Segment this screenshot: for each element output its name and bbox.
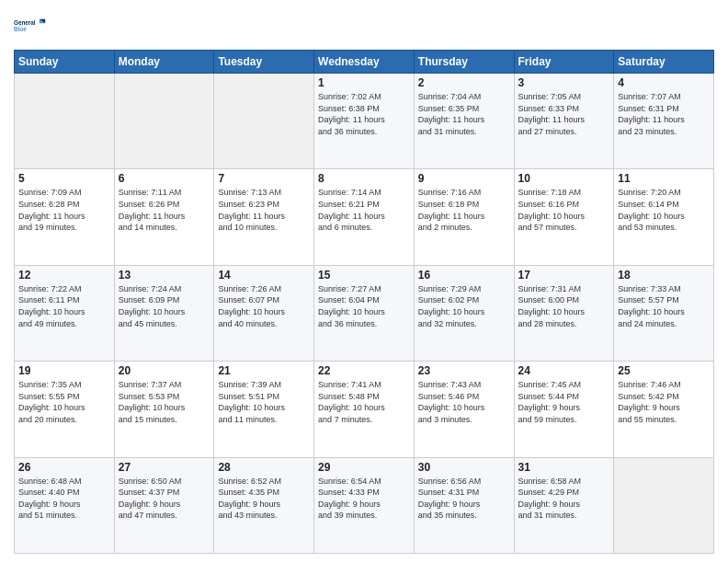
- day-number: 1: [318, 76, 410, 89]
- calendar-cell: 15Sunrise: 7:27 AM Sunset: 6:04 PM Dayli…: [314, 265, 415, 361]
- day-number: 30: [418, 461, 510, 474]
- week-row-4: 26Sunrise: 6:48 AM Sunset: 4:40 PM Dayli…: [15, 457, 714, 553]
- calendar-cell: 11Sunrise: 7:20 AM Sunset: 6:14 PM Dayli…: [614, 169, 714, 265]
- calendar-cell: 30Sunrise: 6:56 AM Sunset: 4:31 PM Dayli…: [414, 457, 514, 553]
- day-header-tuesday: Tuesday: [214, 51, 314, 74]
- calendar-cell: 2Sunrise: 7:04 AM Sunset: 6:35 PM Daylig…: [414, 74, 514, 169]
- week-row-0: 1Sunrise: 7:02 AM Sunset: 6:38 PM Daylig…: [15, 74, 714, 169]
- calendar-cell: 7Sunrise: 7:13 AM Sunset: 6:23 PM Daylig…: [214, 169, 314, 265]
- calendar-cell: 19Sunrise: 7:35 AM Sunset: 5:55 PM Dayli…: [15, 362, 115, 457]
- day-info: Sunrise: 7:43 AM Sunset: 5:46 PM Dayligh…: [418, 379, 510, 425]
- day-number: 7: [218, 172, 310, 185]
- calendar-cell: 1Sunrise: 7:02 AM Sunset: 6:38 PM Daylig…: [314, 74, 415, 169]
- header: GeneralBlue: [14, 9, 714, 42]
- calendar-cell: 12Sunrise: 7:22 AM Sunset: 6:11 PM Dayli…: [15, 265, 115, 361]
- day-info: Sunrise: 7:37 AM Sunset: 5:53 PM Dayligh…: [119, 379, 210, 425]
- calendar-cell: 17Sunrise: 7:31 AM Sunset: 6:00 PM Dayli…: [514, 265, 614, 361]
- day-info: Sunrise: 7:13 AM Sunset: 6:23 PM Dayligh…: [218, 187, 310, 233]
- day-number: 22: [318, 364, 410, 377]
- calendar-cell: 5Sunrise: 7:09 AM Sunset: 6:28 PM Daylig…: [15, 169, 115, 265]
- day-info: Sunrise: 6:54 AM Sunset: 4:33 PM Dayligh…: [318, 476, 410, 522]
- day-info: Sunrise: 7:45 AM Sunset: 5:44 PM Dayligh…: [518, 379, 610, 425]
- calendar-cell: 4Sunrise: 7:07 AM Sunset: 6:31 PM Daylig…: [614, 74, 714, 169]
- calendar-cell: 26Sunrise: 6:48 AM Sunset: 4:40 PM Dayli…: [15, 457, 115, 553]
- day-info: Sunrise: 7:27 AM Sunset: 6:04 PM Dayligh…: [318, 283, 410, 329]
- day-number: 14: [218, 269, 310, 282]
- calendar-header: SundayMondayTuesdayWednesdayThursdayFrid…: [15, 51, 714, 74]
- day-info: Sunrise: 6:52 AM Sunset: 4:35 PM Dayligh…: [218, 476, 310, 522]
- day-number: 12: [18, 269, 110, 282]
- day-number: 8: [318, 172, 410, 185]
- day-info: Sunrise: 7:29 AM Sunset: 6:02 PM Dayligh…: [418, 283, 510, 329]
- page: GeneralBlue SundayMondayTuesdayWednesday…: [0, 0, 728, 563]
- day-info: Sunrise: 6:56 AM Sunset: 4:31 PM Dayligh…: [418, 476, 510, 522]
- calendar-cell: 3Sunrise: 7:05 AM Sunset: 6:33 PM Daylig…: [514, 74, 614, 169]
- day-number: 10: [518, 172, 610, 185]
- calendar-cell: [214, 74, 314, 169]
- day-number: 6: [119, 172, 210, 185]
- day-number: 27: [119, 461, 210, 474]
- day-number: 4: [618, 76, 710, 89]
- day-info: Sunrise: 7:16 AM Sunset: 6:18 PM Dayligh…: [418, 187, 510, 233]
- day-header-friday: Friday: [514, 51, 614, 74]
- day-info: Sunrise: 7:05 AM Sunset: 6:33 PM Dayligh…: [518, 91, 610, 137]
- day-number: 13: [119, 269, 210, 282]
- calendar-cell: [614, 457, 714, 553]
- day-info: Sunrise: 7:35 AM Sunset: 5:55 PM Dayligh…: [18, 379, 110, 425]
- calendar-cell: 14Sunrise: 7:26 AM Sunset: 6:07 PM Dayli…: [214, 265, 314, 361]
- calendar-cell: 24Sunrise: 7:45 AM Sunset: 5:44 PM Dayli…: [514, 362, 614, 457]
- day-number: 29: [318, 461, 410, 474]
- calendar-cell: 6Sunrise: 7:11 AM Sunset: 6:26 PM Daylig…: [114, 169, 214, 265]
- week-row-3: 19Sunrise: 7:35 AM Sunset: 5:55 PM Dayli…: [15, 362, 714, 457]
- day-number: 3: [518, 76, 610, 89]
- calendar-cell: [15, 74, 115, 169]
- day-info: Sunrise: 7:22 AM Sunset: 6:11 PM Dayligh…: [18, 283, 110, 329]
- week-row-1: 5Sunrise: 7:09 AM Sunset: 6:28 PM Daylig…: [15, 169, 714, 265]
- calendar-cell: 21Sunrise: 7:39 AM Sunset: 5:51 PM Dayli…: [214, 362, 314, 457]
- logo-icon: GeneralBlue: [14, 9, 47, 42]
- day-number: 24: [518, 364, 610, 377]
- calendar-cell: 25Sunrise: 7:46 AM Sunset: 5:42 PM Dayli…: [614, 362, 714, 457]
- day-info: Sunrise: 7:24 AM Sunset: 6:09 PM Dayligh…: [119, 283, 210, 329]
- day-info: Sunrise: 7:04 AM Sunset: 6:35 PM Dayligh…: [418, 91, 510, 137]
- calendar-body: 1Sunrise: 7:02 AM Sunset: 6:38 PM Daylig…: [15, 74, 714, 554]
- day-info: Sunrise: 7:33 AM Sunset: 5:57 PM Dayligh…: [618, 283, 710, 329]
- day-header-wednesday: Wednesday: [314, 51, 415, 74]
- calendar-cell: 13Sunrise: 7:24 AM Sunset: 6:09 PM Dayli…: [114, 265, 214, 361]
- day-number: 25: [618, 364, 710, 377]
- day-number: 11: [618, 172, 710, 185]
- day-number: 20: [119, 364, 210, 377]
- calendar-cell: 8Sunrise: 7:14 AM Sunset: 6:21 PM Daylig…: [314, 169, 415, 265]
- week-row-2: 12Sunrise: 7:22 AM Sunset: 6:11 PM Dayli…: [15, 265, 714, 361]
- day-info: Sunrise: 7:11 AM Sunset: 6:26 PM Dayligh…: [119, 187, 210, 233]
- day-header-saturday: Saturday: [614, 51, 714, 74]
- day-info: Sunrise: 7:18 AM Sunset: 6:16 PM Dayligh…: [518, 187, 610, 233]
- day-info: Sunrise: 7:41 AM Sunset: 5:48 PM Dayligh…: [318, 379, 410, 425]
- calendar-cell: 28Sunrise: 6:52 AM Sunset: 4:35 PM Dayli…: [214, 457, 314, 553]
- day-number: 31: [518, 461, 610, 474]
- day-number: 26: [18, 461, 110, 474]
- day-number: 19: [18, 364, 110, 377]
- svg-text:Blue: Blue: [14, 26, 27, 32]
- calendar-cell: 16Sunrise: 7:29 AM Sunset: 6:02 PM Dayli…: [414, 265, 514, 361]
- calendar-cell: 29Sunrise: 6:54 AM Sunset: 4:33 PM Dayli…: [314, 457, 415, 553]
- day-number: 15: [318, 269, 410, 282]
- day-info: Sunrise: 6:58 AM Sunset: 4:29 PM Dayligh…: [518, 476, 610, 522]
- day-number: 23: [418, 364, 510, 377]
- day-number: 2: [418, 76, 510, 89]
- calendar-cell: 9Sunrise: 7:16 AM Sunset: 6:18 PM Daylig…: [414, 169, 514, 265]
- days-header-row: SundayMondayTuesdayWednesdayThursdayFrid…: [15, 51, 714, 74]
- day-header-monday: Monday: [114, 51, 214, 74]
- calendar-cell: 23Sunrise: 7:43 AM Sunset: 5:46 PM Dayli…: [414, 362, 514, 457]
- day-info: Sunrise: 7:26 AM Sunset: 6:07 PM Dayligh…: [218, 283, 310, 329]
- day-number: 18: [618, 269, 710, 282]
- calendar-cell: 31Sunrise: 6:58 AM Sunset: 4:29 PM Dayli…: [514, 457, 614, 553]
- day-number: 16: [418, 269, 510, 282]
- day-info: Sunrise: 6:48 AM Sunset: 4:40 PM Dayligh…: [18, 476, 110, 522]
- day-info: Sunrise: 7:07 AM Sunset: 6:31 PM Dayligh…: [618, 91, 710, 137]
- calendar-cell: 18Sunrise: 7:33 AM Sunset: 5:57 PM Dayli…: [614, 265, 714, 361]
- svg-text:General: General: [14, 19, 36, 26]
- day-number: 5: [18, 172, 110, 185]
- day-info: Sunrise: 7:39 AM Sunset: 5:51 PM Dayligh…: [218, 379, 310, 425]
- day-info: Sunrise: 6:50 AM Sunset: 4:37 PM Dayligh…: [119, 476, 210, 522]
